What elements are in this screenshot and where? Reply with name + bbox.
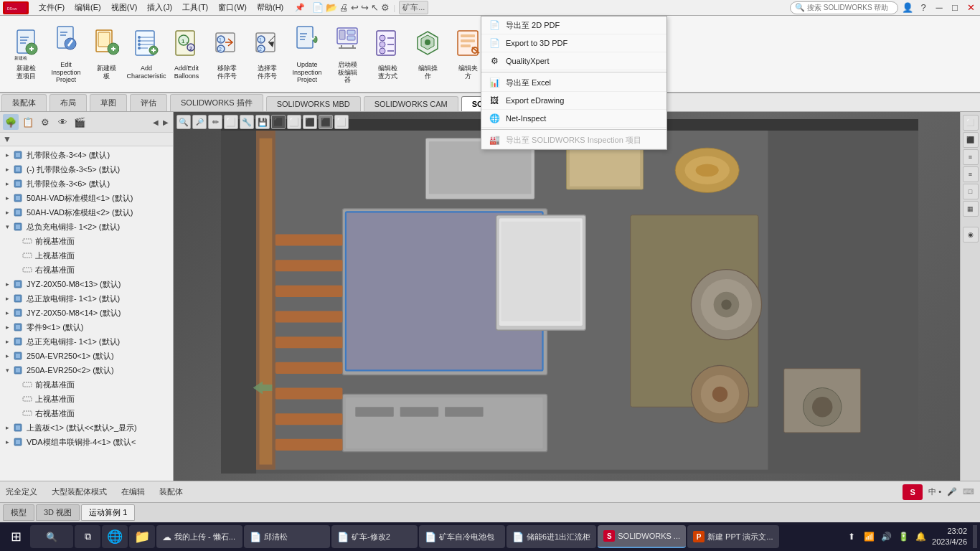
maximize-icon[interactable]: □: [948, 1, 961, 14]
menu-insert[interactable]: 插入(J): [143, 1, 176, 14]
right-icon-7[interactable]: ◉: [963, 227, 979, 242]
search-input[interactable]: [807, 4, 893, 11]
right-icon-4[interactable]: ≡: [963, 166, 979, 182]
quick-cursor-icon[interactable]: ↖: [371, 2, 379, 13]
tree-expand-item2[interactable]: ▸: [3, 165, 11, 174]
tree-expand-item1[interactable]: ▸: [3, 151, 11, 159]
taskbar-clock[interactable]: 23:02 2023/4/26: [932, 526, 970, 548]
tree-expand-item10[interactable]: ▸: [3, 323, 11, 331]
bottom-tab-3dview[interactable]: 3D 视图: [36, 504, 80, 521]
tree-expand-item3[interactable]: ▸: [3, 179, 11, 188]
menu-help[interactable]: 帮助(H): [253, 1, 288, 14]
tree-item-item2[interactable]: ▸(-) 扎带限位条-3<5> (默认): [0, 162, 173, 176]
vp-zoom-in-icon[interactable]: 🔍: [176, 115, 191, 129]
quick-undo-icon[interactable]: ↩: [351, 2, 359, 13]
tree-item-item9[interactable]: ▸JYZ-20X50-M8<14> (默认): [0, 306, 173, 320]
tree-item-item7[interactable]: ▸JYZ-20X50-M8<13> (默认): [0, 277, 173, 291]
edit-operation-button[interactable]: 编辑操作: [409, 19, 446, 89]
vp-view3-icon[interactable]: ⬛: [303, 115, 317, 129]
vp-view4-icon[interactable]: ⬛: [319, 115, 333, 129]
taskbar-search[interactable]: 🔍: [30, 525, 73, 548]
mine-icon[interactable]: 矿车...: [399, 1, 428, 14]
taskbar-edge[interactable]: 🌐: [102, 525, 128, 548]
taskbar-explorer[interactable]: 📁: [129, 525, 155, 548]
tree-item-item6b[interactable]: 上视基准面: [0, 248, 173, 263]
tree-expand-item12[interactable]: ▸: [3, 352, 11, 360]
taskbar-window-upload[interactable]: ☁ 我的上传 - 懒石...: [156, 525, 242, 548]
tree-item-item13c[interactable]: 右视基准面: [0, 406, 173, 420]
tree-item-item13[interactable]: ▾250A-EVR250<2> (默认): [0, 363, 173, 377]
vp-save-icon[interactable]: 💾: [255, 115, 270, 129]
search-box[interactable]: 🔍: [790, 1, 898, 14]
tray-volume-icon[interactable]: 🔊: [879, 529, 893, 544]
tab-sw-cam[interactable]: SOLIDWORKS CAM: [364, 96, 458, 111]
tree-item-item15[interactable]: ▸VDA模组串联铜排-4<1> (默认<: [0, 435, 173, 449]
add-characteristic-button[interactable]: AddCharacteristic: [128, 19, 165, 89]
tree-expand-item5[interactable]: ▸: [3, 208, 11, 217]
tree-item-item12[interactable]: ▸250A-EVR250<1> (默认): [0, 349, 173, 363]
right-icon-2[interactable]: ⬛: [963, 132, 979, 148]
quick-new-icon[interactable]: 📄: [312, 2, 324, 13]
select-order-button[interactable]: 1 2 选择零件序号: [248, 19, 286, 89]
show-desktop-btn[interactable]: [973, 525, 977, 548]
close-icon[interactable]: ✕: [964, 1, 977, 14]
tree-expand-item8[interactable]: ▸: [3, 294, 11, 303]
export-excel-item[interactable]: 📊 导出至 Excel: [481, 74, 666, 92]
tree-expand-item14[interactable]: ▸: [3, 423, 11, 432]
panel-display-icon[interactable]: 👁: [55, 114, 70, 130]
taskbar-window-doc3[interactable]: 📄 矿车自冷电池包: [419, 525, 505, 548]
net-inspect-item[interactable]: 🌐 Net-Inspect: [481, 110, 666, 128]
bottom-tab-motion[interactable]: 运动算例 1: [81, 504, 135, 521]
tree-item-item3[interactable]: ▸扎带限位条-3<6> (默认): [0, 176, 173, 191]
export-3dpdf-item[interactable]: 📄 Export to 3D PDF: [481, 34, 666, 52]
tree-item-item14[interactable]: ▸上盖板<1> (默认<<默认>_显示): [0, 420, 173, 435]
menu-tools[interactable]: 工具(T): [178, 1, 212, 14]
minimize-icon[interactable]: ─: [933, 1, 946, 14]
new-template-button[interactable]: 新建模板: [88, 19, 125, 89]
panel-property-icon[interactable]: 📋: [20, 114, 36, 130]
vp-wrench-icon[interactable]: 🔧: [240, 115, 254, 129]
tray-battery-icon[interactable]: 🔋: [896, 529, 910, 544]
right-icon-3[interactable]: ≡: [963, 149, 979, 165]
tree-item-item13a[interactable]: 前视基准面: [0, 377, 173, 392]
taskbar-window-doc2[interactable]: 📄 矿车-修改2: [331, 525, 418, 548]
right-icon-6[interactable]: ▦: [963, 201, 979, 217]
quick-options-icon[interactable]: ⚙: [381, 2, 390, 13]
launch-module-button[interactable]: 启动模板编辑器: [329, 19, 366, 89]
solidworks-logo[interactable]: DS SW: [3, 1, 29, 14]
vp-pencil-icon[interactable]: ✏: [208, 115, 222, 129]
right-icon-5[interactable]: □: [963, 184, 979, 199]
tree-item-item5[interactable]: ▸50AH-VAD标准模组<2> (默认): [0, 205, 173, 220]
tree-item-item6c[interactable]: 右视基准面: [0, 263, 173, 277]
menu-edit[interactable]: 编辑(E): [70, 1, 105, 14]
menu-file[interactable]: 文件(F): [34, 1, 69, 14]
panel-nav-right[interactable]: ▶: [161, 118, 170, 126]
tree-item-item10[interactable]: ▸零件9<1> (默认): [0, 320, 173, 334]
tree-expand-item11[interactable]: ▸: [3, 337, 11, 346]
vp-view1-icon[interactable]: ⬛: [271, 115, 286, 129]
tree-expand-item9[interactable]: ▸: [3, 309, 11, 317]
vp-zoom-out-icon[interactable]: 🔎: [192, 115, 207, 129]
tree-expand-item7[interactable]: ▸: [3, 280, 11, 288]
tree-expand-item6[interactable]: ▾: [3, 222, 11, 231]
tab-sketch[interactable]: 草图: [90, 94, 127, 111]
tree-item-item8[interactable]: ▸总正放电铜排- 1<1> (默认): [0, 291, 173, 306]
3d-model-view[interactable]: [181, 119, 958, 474]
quick-print-icon[interactable]: 🖨: [339, 2, 349, 13]
taskbar-window-doc1[interactable]: 📄 邱清松: [244, 525, 330, 548]
vp-frame-icon[interactable]: ⬜: [224, 115, 238, 129]
tab-sw-plugins[interactable]: SOLIDWORKS 插件: [170, 94, 263, 111]
taskbar-window-solidworks[interactable]: S SOLIDWORKS ...: [598, 525, 686, 548]
panel-config-icon[interactable]: ⚙: [37, 114, 53, 130]
tab-evaluate[interactable]: 评估: [130, 94, 167, 111]
tray-up-icon[interactable]: ⬆: [844, 529, 859, 544]
user-icon[interactable]: 👤: [901, 1, 914, 14]
tree-expand-item4[interactable]: ▸: [3, 194, 11, 202]
export-2dpdf-item[interactable]: 📄 导出至 2D PDF: [481, 17, 666, 34]
tab-layout[interactable]: 布局: [50, 94, 87, 111]
vp-view2-icon[interactable]: ⬜: [287, 115, 301, 129]
tab-sw-mbd[interactable]: SOLIDWORKS MBD: [266, 96, 361, 111]
update-inspection-button[interactable]: UpdateInspectionProject: [288, 19, 326, 89]
menu-window[interactable]: 窗口(W): [214, 1, 251, 14]
help-question-icon[interactable]: ?: [917, 1, 930, 14]
